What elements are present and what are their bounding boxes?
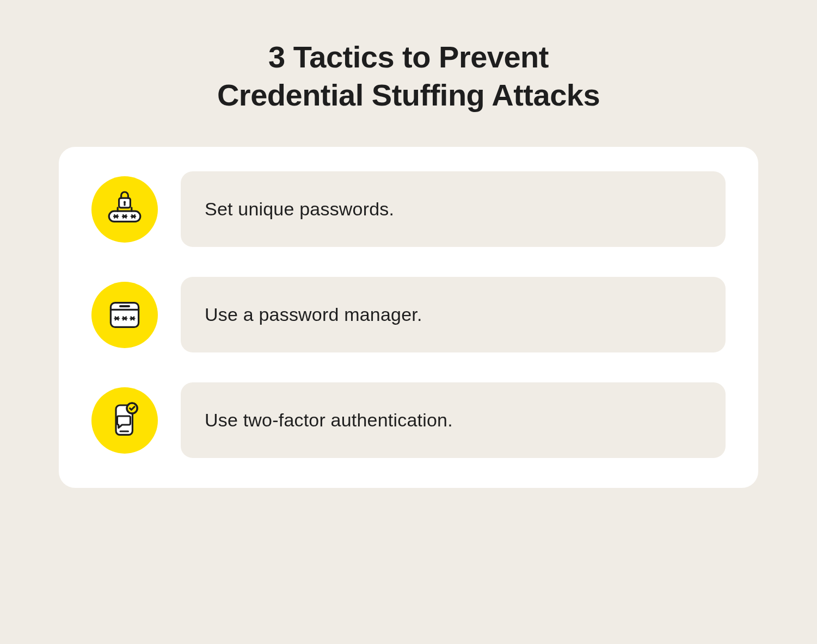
tactic-text: Set unique passwords. (181, 171, 726, 247)
tactic-text: Use a password manager. (181, 277, 726, 352)
tactic-row: Use a password manager. (91, 277, 726, 352)
tactic-row: Set unique passwords. (91, 171, 726, 247)
tactic-row: Use two-factor authentication. (91, 382, 726, 458)
password-manager-icon (91, 282, 158, 348)
two-factor-icon (91, 387, 158, 454)
page-title: 3 Tactics to PreventCredential Stuffing … (217, 38, 600, 114)
tactic-text: Use two-factor authentication. (181, 382, 726, 458)
tactics-card: Set unique passwords. (59, 147, 758, 488)
password-lock-icon (91, 176, 158, 243)
